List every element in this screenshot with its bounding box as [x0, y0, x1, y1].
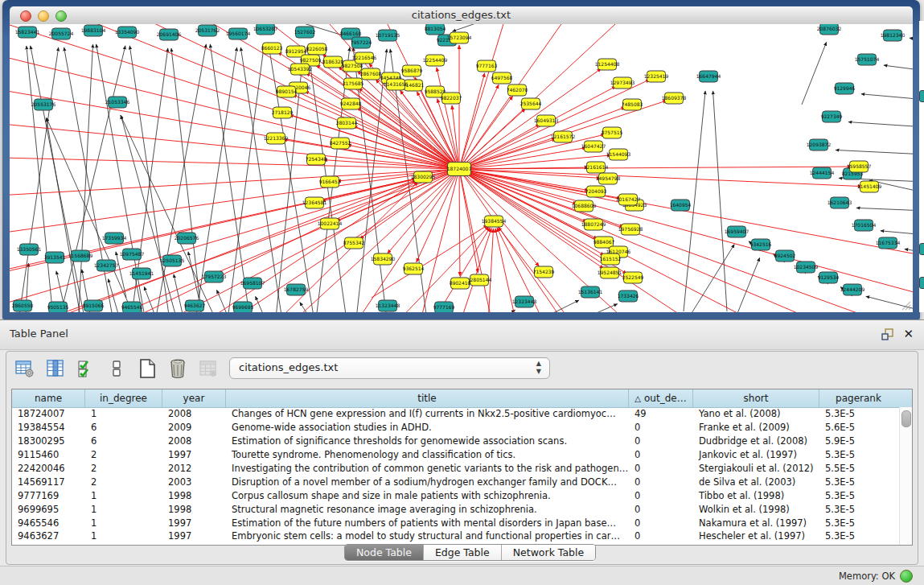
- network-node-teal[interactable]: 19883104: [81, 25, 106, 36]
- network-node-yellow[interactable]: 8186328: [322, 56, 344, 68]
- network-node-teal[interactable]: 9777169: [433, 302, 455, 312]
- network-node-yellow[interactable]: 14954798: [596, 173, 621, 184]
- network-node-teal[interactable]: 12505135: [160, 255, 185, 266]
- network-node-yellow[interactable]: 19384554: [482, 216, 507, 227]
- network-node-yellow[interactable]: 7254348: [306, 154, 327, 165]
- network-node-teal[interactable]: 8924502: [774, 250, 796, 262]
- network-node-yellow[interactable]: 12216546: [352, 52, 377, 64]
- network-node-teal[interactable]: 1527602: [294, 27, 316, 38]
- network-node-teal[interactable]: 12323448: [512, 296, 537, 307]
- network-node-teal[interactable]: 9465546: [121, 302, 143, 312]
- table-scrollbar[interactable]: [899, 407, 912, 545]
- network-node-yellow[interactable]: 12161572: [551, 131, 576, 142]
- network-node-teal[interactable]: 15751074: [855, 54, 880, 65]
- network-node-teal[interactable]: 8813054: [425, 24, 446, 35]
- show-columns-icon[interactable]: [45, 358, 66, 379]
- network-node-yellow[interactable]: 9777163: [476, 60, 498, 72]
- network-node-yellow[interactable]: 11431656: [384, 79, 409, 90]
- network-node-yellow[interactable]: 18724007: [447, 163, 472, 176]
- network-node-teal[interactable]: 10653287: [253, 24, 278, 35]
- network-node-teal[interactable]: 8915066: [83, 300, 105, 311]
- network-node-teal[interactable]: 3913541: [44, 252, 66, 263]
- network-node-teal[interactable]: 15823441: [15, 27, 40, 38]
- network-node-yellow[interactable]: 6497568: [491, 72, 513, 84]
- network-node-teal[interactable]: 13350561: [17, 244, 42, 255]
- column-header-outde[interactable]: △out_de…: [629, 389, 693, 407]
- column-header-name[interactable]: name: [12, 389, 85, 407]
- network-node-yellow[interactable]: 7462070: [507, 84, 528, 96]
- network-node-yellow[interactable]: 12213369: [264, 133, 289, 144]
- network-node-teal[interactable]: 13354090: [115, 27, 140, 38]
- network-node-yellow[interactable]: 3175685: [343, 78, 364, 89]
- network-node-yellow[interactable]: 18609378: [662, 93, 687, 104]
- network-node-yellow[interactable]: 9242848: [340, 98, 362, 109]
- network-node-yellow[interactable]: 16047427: [581, 141, 606, 152]
- table-mode-icon[interactable]: [14, 358, 35, 379]
- network-node-teal[interactable]: 21053346: [105, 97, 130, 108]
- network-node-teal[interactable]: 20206576: [175, 233, 199, 244]
- network-node-teal[interactable]: 1640954: [670, 200, 692, 211]
- citation-nodes[interactable]: 1582344120055724198831041335409020691406…: [12, 24, 906, 312]
- network-node-teal[interactable]: 9129946: [834, 83, 856, 94]
- network-node-yellow[interactable]: 16049313: [534, 115, 559, 126]
- float-panel-icon[interactable]: [881, 328, 893, 340]
- column-header-short[interactable]: short: [693, 389, 819, 407]
- network-node-yellow[interactable]: 1615152: [600, 253, 622, 265]
- network-node-teal[interactable]: 16958107: [240, 278, 265, 289]
- network-node-yellow[interactable]: 2718129: [272, 107, 294, 118]
- network-node-yellow[interactable]: 8757515: [602, 127, 623, 138]
- network-node-teal[interactable]: 9227349: [821, 111, 843, 122]
- network-node-yellow[interactable]: 10688609: [572, 200, 597, 212]
- table-row[interactable]: 1872400712008Changes of HCN gene express…: [12, 407, 900, 421]
- network-node-teal[interactable]: 20055724: [49, 28, 74, 39]
- network-node-yellow[interactable]: 12325419: [644, 71, 669, 82]
- network-node-teal[interactable]: 16782759: [284, 284, 309, 295]
- network-node-yellow[interactable]: 7154239: [533, 266, 555, 278]
- network-node-teal[interactable]: 12444154: [810, 167, 835, 179]
- select-rows-icon[interactable]: [76, 358, 97, 379]
- network-node-yellow[interactable]: 12973493: [610, 77, 635, 89]
- network-node-teal[interactable]: 9505135: [47, 302, 69, 312]
- network-node-yellow[interactable]: 11544093: [606, 149, 631, 160]
- network-node-yellow[interactable]: 18300295: [411, 171, 436, 183]
- table-row[interactable]: 2242004622012Investigating the contribut…: [12, 462, 900, 476]
- network-node-teal[interactable]: 17957223: [202, 271, 227, 282]
- table-row[interactable]: 1938455462009Genome-wide association stu…: [12, 421, 900, 435]
- network-node-teal[interactable]: 20876032: [817, 24, 842, 35]
- network-node-yellow[interactable]: 12364581: [302, 197, 327, 208]
- network-node-yellow[interactable]: 9166453: [319, 176, 341, 187]
- network-node-yellow[interactable]: 10167427: [616, 194, 641, 205]
- network-node-teal[interactable]: 9463627: [184, 300, 206, 311]
- tab-node-table[interactable]: Node Table: [345, 545, 424, 560]
- column-header-title[interactable]: title: [226, 389, 629, 407]
- network-node-yellow[interactable]: 15834290: [371, 253, 396, 265]
- network-node-teal[interactable]: 10719135: [376, 30, 400, 41]
- network-node-yellow[interactable]: 8427552: [330, 138, 351, 149]
- network-node-yellow[interactable]: 10543392: [288, 64, 313, 75]
- network-node-yellow[interactable]: 9362514: [403, 263, 425, 274]
- table-row[interactable]: 1830029562008Estimation of significance …: [12, 435, 900, 448]
- network-node-teal[interactable]: 19812340: [881, 30, 906, 41]
- network-node-yellow[interactable]: 2522549: [622, 272, 644, 283]
- column-header-pagerank[interactable]: pagerank: [819, 389, 897, 407]
- network-node-yellow[interactable]: 8660123: [261, 43, 283, 54]
- network-node-teal[interactable]: 17359934: [102, 233, 127, 244]
- column-header-year[interactable]: year: [162, 389, 226, 407]
- network-node-yellow[interactable]: 19756928: [618, 224, 643, 235]
- network-node-teal[interactable]: 12342757: [94, 260, 119, 271]
- network-node-teal[interactable]: 17016504: [852, 220, 877, 231]
- network-node-teal[interactable]: 7957224: [351, 37, 372, 48]
- tab-network-table[interactable]: Network Table: [502, 545, 596, 560]
- network-node-yellow[interactable]: 10022414: [318, 218, 343, 229]
- network-node-yellow[interactable]: 15958557: [847, 161, 872, 172]
- network-node-teal[interactable]: 11568689: [68, 250, 93, 262]
- row-height-icon[interactable]: [106, 358, 127, 379]
- network-node-teal[interactable]: 1733426: [618, 290, 639, 302]
- network-node-teal[interactable]: 9129534: [818, 272, 840, 283]
- memory-status-indicator[interactable]: [900, 570, 913, 583]
- network-node-teal[interactable]: 11451941: [129, 268, 154, 279]
- network-node-yellow[interactable]: 12254409: [423, 55, 448, 66]
- scrollbar-thumb[interactable]: [901, 410, 911, 427]
- network-node-teal[interactable]: 9342516: [750, 239, 772, 250]
- network-node-teal[interactable]: 20531762: [195, 25, 220, 36]
